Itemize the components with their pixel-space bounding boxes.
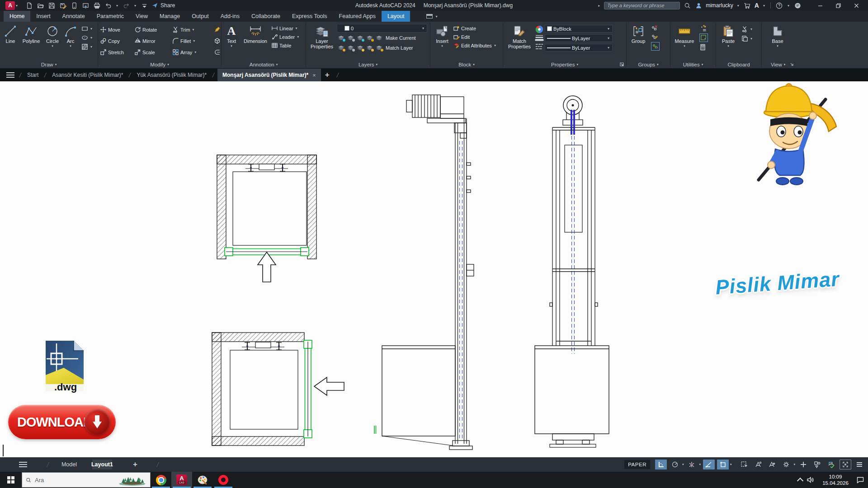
doc-tab-start[interactable]: Start (24, 72, 41, 78)
group-edit-button[interactable] (651, 33, 660, 40)
arc-split-caret-icon[interactable]: ▾ (70, 44, 71, 47)
linear-dimension-button[interactable]: Linear▾ (271, 25, 300, 32)
search-icon[interactable] (683, 1, 691, 9)
redo-icon[interactable] (122, 1, 130, 9)
taskbar-paint-app-icon[interactable] (192, 472, 213, 488)
layer-off-button[interactable] (337, 34, 345, 42)
ellipse-tool-button[interactable]: ▾ (81, 34, 93, 41)
feedback-icon[interactable] (793, 1, 802, 9)
linetype-dropdown[interactable]: ByLayer▾ (545, 44, 613, 52)
properties-dialog-launcher-icon[interactable] (620, 62, 624, 67)
print-icon[interactable] (93, 1, 101, 9)
move-button[interactable]: Move (100, 26, 134, 33)
group-selectable-toggle[interactable] (651, 42, 660, 51)
properties-panel-label[interactable]: Properties▾ (503, 60, 626, 69)
match-layer-icon[interactable] (375, 44, 383, 52)
clipboard-panel-label[interactable]: Clipboard (716, 60, 761, 69)
download-button[interactable]: DOWNLOAD (8, 405, 116, 439)
search-highlight-image[interactable] (118, 473, 146, 487)
isometric-drafting-toggle[interactable] (686, 460, 698, 469)
line-button[interactable]: Line (2, 23, 19, 60)
insert-split-caret-icon[interactable]: ▾ (441, 44, 443, 47)
tab-collaborate[interactable]: Collaborate (245, 11, 286, 22)
graphics-performance-toggle[interactable] (826, 460, 837, 469)
taskbar-chrome-icon[interactable] (151, 472, 171, 488)
new-file-icon[interactable] (25, 1, 33, 9)
taskbar-opera-icon[interactable] (213, 472, 234, 488)
hatch-tool-button[interactable]: ▾ (81, 43, 93, 50)
isometric-caret-icon[interactable]: ▾ (699, 463, 701, 466)
view-panel-label[interactable]: View▾ (762, 60, 868, 69)
tab-insert[interactable]: Insert (30, 11, 56, 22)
polyline-button[interactable]: Polyline (20, 23, 42, 60)
annotation-visibility-toggle[interactable] (752, 460, 764, 469)
undo-icon[interactable] (104, 1, 112, 9)
layer-lock-button[interactable] (365, 34, 374, 42)
measure-button[interactable]: Measure ▾ (672, 23, 697, 60)
save-icon[interactable] (47, 1, 56, 9)
layers-panel-label[interactable]: Layers▾ (306, 60, 430, 69)
drawing-canvas[interactable]: Pislik Mimar .dwg DOWNLOAD (0, 81, 868, 457)
tab-home[interactable]: Home (4, 11, 30, 22)
object-color-icon[interactable] (535, 25, 544, 32)
share-button[interactable]: Share (151, 2, 175, 9)
stretch-button[interactable]: Stretch (100, 49, 134, 56)
search-scope-caret-icon[interactable]: ▸ (598, 4, 600, 8)
mirror-button[interactable]: Mirror (134, 38, 172, 44)
paste-button[interactable]: Paste ▾ (718, 23, 739, 60)
leader-button[interactable]: Leader▾ (271, 33, 300, 40)
grid-snap-toggle[interactable] (655, 460, 667, 469)
base-split-caret-icon[interactable]: ▾ (777, 44, 778, 47)
show-hidden-icons-chevron[interactable] (797, 478, 803, 484)
customize-qat-icon[interactable] (140, 1, 148, 9)
settings-caret-icon[interactable]: ▾ (793, 463, 795, 466)
publish-icon[interactable] (81, 1, 90, 9)
text-split-caret-icon[interactable]: ▾ (231, 44, 232, 47)
isolate-objects-button[interactable] (811, 460, 823, 469)
autodesk-logo-icon[interactable]: A (755, 2, 759, 9)
tab-view[interactable]: View (130, 11, 154, 22)
user-avatar-icon[interactable] (694, 1, 703, 9)
autodesk-caret-icon[interactable]: ▾ (763, 4, 765, 8)
ungroup-button[interactable] (651, 25, 660, 32)
scale-button[interactable]: Scale (134, 49, 172, 56)
color-dropdown[interactable]: ByBlock▾ (545, 25, 613, 33)
help-search-input[interactable] (604, 2, 680, 9)
taskbar-autocad-icon[interactable]: ACAD (171, 472, 192, 488)
base-button[interactable]: Base ▾ (767, 23, 788, 60)
draw-panel-label[interactable]: Draw▾ (0, 60, 98, 69)
trim-button[interactable]: Trim▾ (172, 26, 214, 33)
rectangle-tool-button[interactable]: ▾ (81, 25, 93, 32)
edit-block-button[interactable]: Edit (453, 33, 497, 40)
copy-button[interactable]: Copy (100, 38, 134, 44)
layer-unlock-button[interactable] (365, 44, 374, 52)
modify-panel-label[interactable]: Modify▾ (98, 60, 221, 69)
taskbar-clock[interactable]: 10:09 15.04.2026 (819, 474, 852, 486)
layer-thaw-button[interactable] (356, 44, 364, 52)
space-toggle[interactable]: PAPER (624, 460, 650, 469)
help-caret-icon[interactable]: ▾ (788, 4, 789, 8)
undo-caret-icon[interactable]: ▾ (116, 4, 118, 8)
plot-icon[interactable] (70, 1, 78, 9)
taskbar-search-box[interactable] (22, 472, 151, 488)
doc-tab-monsarj-asansoru[interactable]: Monşarj Asansörü (Pislik Mimar)* × (217, 69, 321, 81)
cart-icon[interactable] (743, 1, 751, 9)
open-file-icon[interactable] (36, 1, 44, 9)
arc-button[interactable]: Arc ▾ (62, 23, 79, 60)
taskbar-search-input[interactable] (35, 477, 114, 483)
close-doc-tab-icon[interactable]: × (312, 72, 316, 79)
dimension-button[interactable]: Dimension (241, 23, 270, 60)
fillet-button[interactable]: Fillet▾ (172, 38, 214, 44)
volume-icon[interactable] (807, 476, 815, 484)
group-button[interactable]: Group (628, 23, 648, 60)
layer-selector-dropdown[interactable]: 0 ▾ (337, 24, 427, 33)
file-tabs-menu-icon[interactable] (6, 72, 14, 78)
utilities-panel-label[interactable]: Utilities▾ (670, 60, 716, 69)
calculator-button[interactable] (699, 44, 708, 51)
doc-tab-yuk-asansoru[interactable]: Yük Asansörü (Pislik Mimar)* (134, 72, 209, 78)
quick-calculator-button[interactable] (699, 33, 708, 42)
redo-caret-icon[interactable]: ▾ (134, 4, 136, 8)
selection-cycling-toggle[interactable] (738, 460, 750, 469)
layer-color-swatch[interactable] (344, 26, 349, 31)
tab-add-ins[interactable]: Add-ins (215, 11, 245, 22)
